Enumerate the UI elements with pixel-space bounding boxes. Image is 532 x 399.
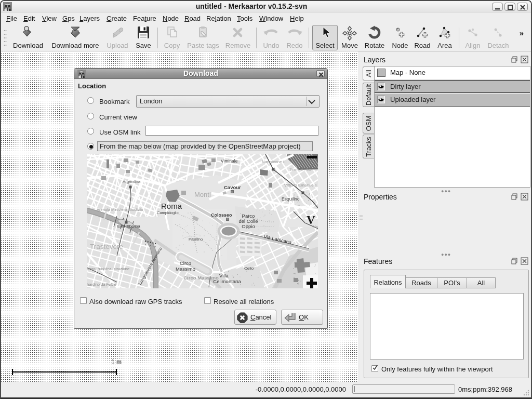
svg-text:Circo: Circo	[180, 260, 191, 266]
svg-text:stero Pubblica Istruzione: stero Pubblica Istruzione	[87, 267, 129, 271]
svg-text:Cavour: Cavour	[224, 184, 241, 190]
svg-text:Celio: Celio	[244, 266, 254, 271]
svg-text:Termini - La: Termini - La	[289, 167, 311, 172]
svg-text:Palatino: Palatino	[189, 237, 203, 242]
svg-text:Arenula Ministero Giustizia: Arenula Ministero Giustizia	[97, 207, 143, 212]
svg-text:Trastevere: Trastevere	[90, 243, 123, 250]
svg-text:Napoleone III: Napoleone III	[262, 159, 287, 164]
svg-text:Oppio: Oppio	[242, 223, 255, 229]
svg-text:Viminale: Viminale	[221, 158, 238, 164]
svg-text:Argentina: Argentina	[123, 179, 141, 184]
svg-text:Monti: Monti	[194, 191, 211, 198]
svg-text:Massimo: Massimo	[176, 266, 195, 272]
svg-text:hardino da Feltre: hardino da Feltre	[87, 282, 116, 287]
svg-text:Campidoglio: Campidoglio	[157, 210, 179, 215]
svg-text:Ma: Ma	[313, 225, 318, 229]
svg-text:Isola Tiberina: Isola Tiberina	[117, 224, 140, 229]
svg-text:Villa: Villa	[219, 273, 229, 278]
svg-text:Colosseo: Colosseo	[211, 212, 232, 218]
svg-text:Esquilino: Esquilino	[282, 196, 300, 202]
svg-text:Vittorio Emanuele: Vittorio Emanuele	[284, 183, 317, 188]
svg-text:Roma: Roma	[161, 202, 182, 210]
svg-text:1 m: 1 m	[111, 358, 122, 366]
svg-text:Celimontana: Celimontana	[213, 278, 241, 284]
